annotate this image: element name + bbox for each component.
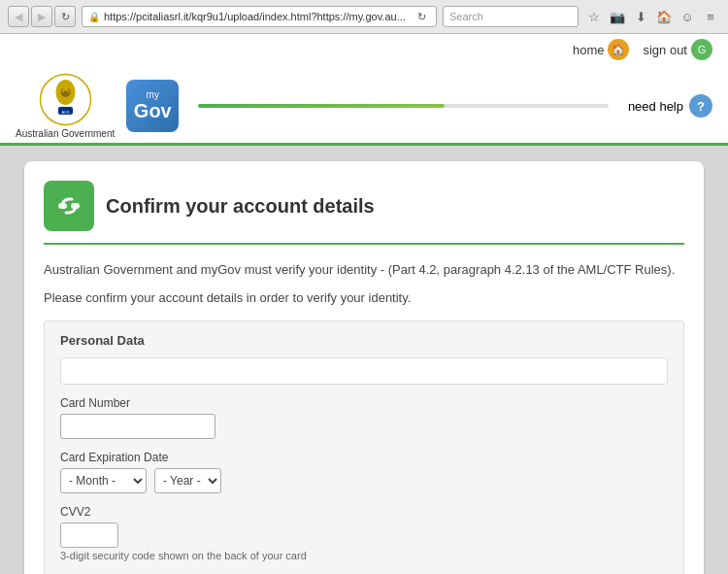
logo-area: AUS Australian Government my Gov bbox=[16, 73, 179, 139]
help-area[interactable]: need help ? bbox=[628, 94, 712, 118]
download-icon[interactable]: ⬇ bbox=[631, 7, 650, 26]
help-label: need help bbox=[628, 99, 683, 114]
home-nav-label: home bbox=[573, 43, 605, 57]
toolbar-icons: ☆ 📷 ⬇ 🏠 ☺ ≡ bbox=[584, 7, 720, 26]
card-number-bar bbox=[60, 357, 668, 385]
signout-nav-label: sign out bbox=[643, 43, 687, 57]
main-content: Confirm your account details Australian … bbox=[0, 146, 728, 574]
header-section: AUS Australian Government my Gov need he… bbox=[0, 65, 728, 146]
personal-data-section: Personal Data Card Number Card Expiratio… bbox=[44, 321, 684, 574]
help-icon[interactable]: ? bbox=[689, 94, 712, 118]
refresh-button[interactable]: ↻ bbox=[54, 6, 76, 27]
card-description-1: Australian Government and myGov must ver… bbox=[44, 260, 684, 281]
chain-icon-svg bbox=[54, 191, 83, 220]
cvv2-hint: 3-digit security code shown on the back … bbox=[60, 550, 668, 561]
personal-data-title: Personal Data bbox=[60, 333, 668, 348]
signout-icon: G bbox=[691, 39, 712, 60]
page-wrapper: home 🏠 sign out G AUS Australian Go bbox=[0, 34, 728, 574]
month-select[interactable]: - Month - January February March April M… bbox=[60, 468, 147, 493]
menu-icon[interactable]: ≡ bbox=[701, 7, 720, 26]
back-button[interactable]: ◀ bbox=[8, 6, 29, 27]
cvv2-input[interactable] bbox=[60, 523, 118, 548]
svg-rect-6 bbox=[58, 203, 67, 209]
gov-crest-svg: AUS bbox=[39, 73, 92, 126]
year-select[interactable]: - Year - 2024 2025 2026 2027 2028 2029 2… bbox=[154, 468, 221, 493]
card-number-label: Card Number bbox=[60, 396, 668, 410]
profile-icon[interactable]: ☺ bbox=[678, 7, 697, 26]
card-number-input[interactable] bbox=[60, 414, 215, 439]
page-title: Confirm your account details bbox=[106, 195, 375, 218]
card-expiry-label: Card Expiration Date bbox=[60, 451, 668, 464]
svg-text:AUS: AUS bbox=[61, 110, 70, 115]
address-bar[interactable]: 🔒 https://pcitaliasrl.it/kqr9u1/upload/i… bbox=[82, 6, 437, 27]
address-refresh[interactable]: ↻ bbox=[413, 8, 430, 25]
expiry-row: - Month - January February March April M… bbox=[60, 468, 668, 493]
header-progress-bar bbox=[198, 104, 609, 108]
content-card: Confirm your account details Australian … bbox=[24, 161, 704, 574]
star-icon[interactable]: ☆ bbox=[584, 7, 604, 26]
home-toolbar-icon[interactable]: 🏠 bbox=[654, 7, 674, 26]
search-placeholder: Search bbox=[449, 11, 483, 22]
card-number-group: Card Number bbox=[60, 396, 668, 439]
card-header: Confirm your account details bbox=[44, 181, 684, 245]
lock-icon: 🔒 bbox=[88, 12, 100, 22]
mygov-gov: Gov bbox=[134, 100, 172, 122]
camera-icon[interactable]: 📷 bbox=[608, 7, 627, 26]
header-progress-fill bbox=[198, 104, 445, 108]
search-bar[interactable]: Search bbox=[443, 6, 579, 27]
home-icon: 🏠 bbox=[608, 39, 629, 60]
browser-chrome: ◀ ▶ ↻ 🔒 https://pcitaliasrl.it/kqr9u1/up… bbox=[0, 0, 728, 34]
top-nav-row: home 🏠 sign out G bbox=[0, 34, 728, 65]
mygov-badge: my Gov bbox=[126, 80, 179, 132]
svg-rect-7 bbox=[71, 203, 80, 209]
card-description-2: Please confirm your account details in o… bbox=[44, 288, 684, 309]
home-nav-item[interactable]: home 🏠 bbox=[573, 39, 630, 60]
address-text: https://pcitaliasrl.it/kqr9u1/upload/ind… bbox=[104, 11, 409, 22]
signout-nav-item[interactable]: sign out G bbox=[643, 39, 712, 60]
card-icon bbox=[44, 181, 94, 231]
nav-buttons: ◀ ▶ ↻ bbox=[8, 6, 76, 27]
forward-button[interactable]: ▶ bbox=[31, 6, 52, 27]
aus-gov-logo: AUS Australian Government bbox=[16, 73, 115, 139]
card-expiry-group: Card Expiration Date - Month - January F… bbox=[60, 451, 668, 493]
cvv2-label: CVV2 bbox=[60, 505, 668, 519]
cvv2-group: CVV2 3-digit security code shown on the … bbox=[60, 505, 668, 561]
aus-gov-text: Australian Government bbox=[16, 128, 115, 139]
mygov-my: my bbox=[147, 89, 159, 100]
